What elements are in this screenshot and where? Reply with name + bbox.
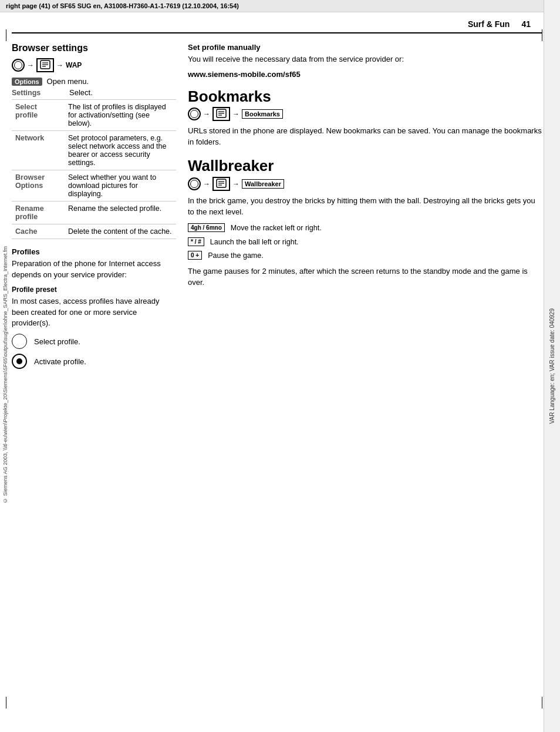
wallbreaker-body: In the brick game, you destroy the brick…	[188, 196, 542, 218]
bookmarks-section: Bookmarks → →	[188, 88, 542, 148]
set-profile-section: Set profile manually You will receive th…	[188, 43, 542, 79]
arrow2: →	[56, 61, 63, 69]
right-sidebar: VAR Language: en; VAR issue date: 040929	[544, 0, 560, 732]
key-row: * / # Launch the ball left or right.	[188, 237, 542, 248]
left-sidebar: © Siemens AG 2003, \\itl-eu\wien\Projekt…	[0, 18, 11, 732]
key-description: Pause the game.	[208, 251, 542, 261]
bookmarks-body: URLs stored in the phone are displayed. …	[188, 126, 542, 148]
table-value: The list of profiles is displayed for ac…	[65, 100, 176, 131]
right-mark-bottom	[542, 697, 542, 709]
wallbreaker-arrow2: →	[232, 180, 239, 188]
right-mark-top	[542, 29, 542, 41]
nav-circle-icon	[12, 59, 25, 72]
wallbreaker-keys: 4gh / 6mno Move the racket left or right…	[188, 223, 542, 261]
bookmarks-label: Bookmarks	[242, 109, 283, 119]
profile-preset-heading: Profile preset	[12, 286, 176, 294]
key-icon: * / #	[188, 237, 204, 246]
table-row: Rename profile Rename the selected profi…	[12, 202, 176, 224]
table-key: Select profile	[12, 100, 65, 131]
bookmarks-nav-inner	[190, 110, 198, 118]
browser-settings-heading: Browser settings	[12, 43, 176, 53]
key-icon: 0 +	[188, 251, 202, 260]
settings-key: Settings	[12, 89, 65, 97]
page-number: 41	[521, 19, 531, 29]
settings-value: Select.	[69, 88, 93, 97]
bookmarks-nav-circle	[188, 108, 201, 120]
table-row: Select profile The list of profiles is d…	[12, 100, 176, 131]
bookmarks-heading: Bookmarks	[188, 88, 542, 105]
key-description: Launch the ball left or right.	[210, 237, 542, 248]
profile-item-text: Activate profile.	[34, 357, 86, 366]
table-row: Cache Delete the content of the cache.	[12, 224, 176, 239]
bookmarks-wap-icon	[212, 107, 230, 121]
table-value: Delete the content of the cache.	[65, 224, 176, 239]
wallbreaker-label: Wallbreaker	[242, 179, 284, 189]
set-profile-heading: Set profile manually	[188, 43, 542, 52]
table-row: Network Set protocol parameters, e.g. se…	[12, 131, 176, 170]
profile-items: Select profile. Activate profile.	[12, 334, 176, 369]
nav-circle-inner	[14, 61, 22, 69]
profile-preset-body: In most cases, access profiles have alre…	[12, 296, 176, 330]
website-url: www.siemens-mobile.com/sf65	[188, 70, 542, 79]
bookmarks-nav: → → Bookmarks	[188, 107, 542, 121]
bookmarks-arrow2: →	[232, 110, 239, 118]
wallbreaker-nav-inner	[190, 180, 198, 188]
key-row: 0 + Pause the game.	[188, 251, 542, 261]
profile-icon-filled	[12, 354, 27, 369]
wallbreaker-wap-icon	[212, 177, 230, 191]
bookmarks-arrow1: →	[203, 110, 210, 118]
left-mark-bottom	[6, 697, 6, 709]
wallbreaker-nav-circle	[188, 177, 201, 190]
bookmarks-wap-svg	[216, 109, 227, 118]
wallbreaker-arrow1: →	[203, 180, 210, 188]
table-key: Rename profile	[12, 202, 65, 224]
browser-nav-icons: → → WAP	[12, 58, 176, 72]
top-header: right page (41) of SF65 SUG en, A31008-H…	[0, 0, 560, 12]
wap-box	[36, 58, 54, 72]
key-row: 4gh / 6mno Move the racket left or right…	[188, 223, 542, 234]
options-text: Open menu.	[47, 77, 89, 86]
wallbreaker-wap-svg	[216, 179, 227, 188]
table-row: Browser Options Select whether you want …	[12, 170, 176, 202]
options-badge: Options	[12, 78, 42, 86]
profile-item-text: Select profile.	[34, 337, 80, 346]
left-mark-top	[6, 29, 6, 41]
wallbreaker-heading: Wallbreaker	[188, 157, 542, 174]
arrow1: →	[27, 61, 34, 69]
table-value: Select whether you want to download pict…	[65, 170, 176, 202]
key-icon: 4gh / 6mno	[188, 223, 225, 232]
profiles-heading: Profiles	[12, 247, 176, 256]
table-value: Rename the selected profile.	[65, 202, 176, 224]
page-header: Surf & Fun 41	[12, 12, 542, 33]
right-sidebar-text: VAR Language: en; VAR issue date: 040929	[549, 308, 555, 424]
wallbreaker-footer: The game pauses for 2 minutes, after whi…	[188, 266, 542, 288]
table-value: Set protocol parameters, e.g. select net…	[65, 131, 176, 170]
page-title: Surf & Fun	[468, 19, 510, 29]
wap-label: WAP	[66, 61, 82, 69]
profile-icon	[12, 334, 27, 349]
main-content: Surf & Fun 41 Browser settings →	[12, 12, 542, 374]
left-sidebar-text: © Siemens AG 2003, \\itl-eu\wien\Projekt…	[2, 246, 8, 503]
settings-row: Settings Select.	[12, 88, 176, 97]
right-column: Set profile manually You will receive th…	[188, 43, 542, 374]
profile-item: Activate profile.	[12, 354, 176, 369]
wallbreaker-nav: → → Wallbreaker	[188, 177, 542, 191]
left-column: Browser settings → → WAP	[12, 43, 176, 374]
profiles-body: Preparation of the phone for Internet ac…	[12, 258, 176, 281]
settings-table: Select profile The list of profiles is d…	[12, 99, 176, 239]
set-profile-body: You will receive the necessary data from…	[188, 54, 542, 65]
table-key: Browser Options	[12, 170, 65, 202]
two-column-layout: Browser settings → → WAP	[12, 43, 542, 374]
table-key: Cache	[12, 224, 65, 239]
table-key: Network	[12, 131, 65, 170]
wallbreaker-section: Wallbreaker → →	[188, 157, 542, 288]
profile-item: Select profile.	[12, 334, 176, 349]
key-description: Move the racket left or right.	[231, 223, 542, 234]
wap-icon	[40, 60, 50, 69]
options-row: Options Open menu.	[12, 77, 176, 86]
header-text: right page (41) of SF65 SUG en, A31008-H…	[6, 2, 239, 9]
